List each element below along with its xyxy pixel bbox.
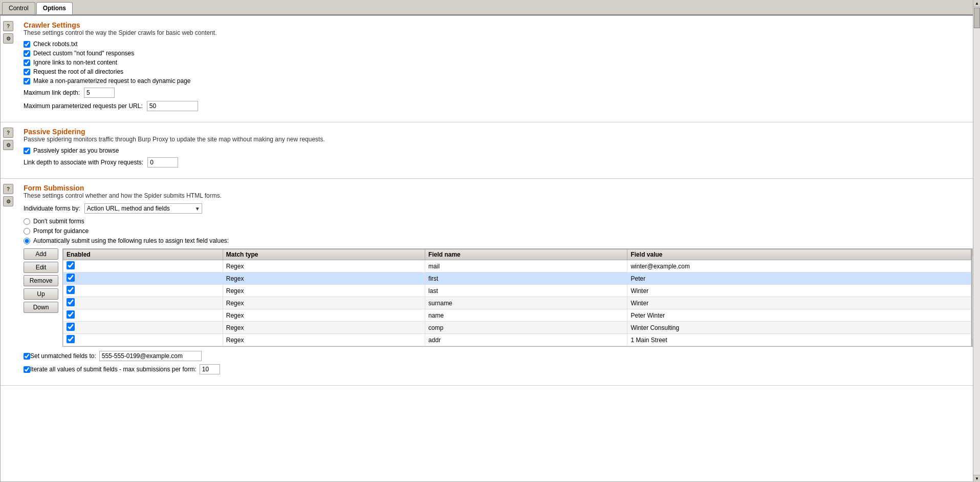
table-row[interactable]: Regex first Peter	[63, 273, 971, 285]
radio-prompt[interactable]	[24, 228, 30, 235]
passive-title: Passive Spidering	[24, 128, 972, 136]
unmatched-label: Set unmatched fields to:	[30, 352, 96, 360]
form-section: ? ⚙ Form Submission These settings contr…	[1, 179, 979, 386]
crawler-cb-label-3: Request the root of all directories	[33, 68, 123, 75]
crawler-field-input-1[interactable]	[147, 101, 198, 111]
tab-control[interactable]: Control	[2, 2, 35, 14]
row-enabled-2[interactable]	[67, 286, 75, 294]
remove-button[interactable]: Remove	[24, 275, 58, 286]
table-row[interactable]: Regex addr 1 Main Street	[63, 334, 971, 346]
table-row[interactable]: Regex comp Winter Consulting	[63, 322, 971, 334]
crawler-cb-2: Ignore links to non-text content	[24, 59, 972, 66]
row-match-type-6: Regex	[223, 334, 425, 346]
unmatched-input[interactable]	[99, 351, 202, 361]
crawler-gear-icon[interactable]: ⚙	[3, 33, 13, 44]
radio-1: Prompt for guidance	[24, 227, 972, 235]
main-scrollbar[interactable]: ▲ ▼	[973, 0, 980, 482]
crawler-field-input-0[interactable]	[84, 88, 115, 98]
tab-bar: Control Options	[0, 0, 980, 15]
radio-2: Automatically submit using the following…	[24, 237, 972, 244]
crawler-checkbox-0[interactable]	[24, 41, 30, 48]
unmatched-row: Set unmatched fields to:	[24, 351, 972, 361]
row-enabled-1[interactable]	[67, 274, 75, 282]
iterate-label: Iterate all values of submit fields - ma…	[30, 366, 197, 373]
crawler-cb-label-1: Detect custom "not found" responses	[33, 50, 134, 57]
crawler-field-0: Maximum link depth:	[24, 88, 972, 98]
crawler-checkbox-4[interactable]	[24, 78, 30, 85]
passive-checkbox-0[interactable]	[24, 148, 30, 154]
passive-desc: Passive spidering monitors traffic throu…	[24, 136, 972, 143]
crawler-cb-0: Check robots.txt	[24, 40, 972, 48]
main-scroll-down[interactable]: ▼	[973, 475, 980, 482]
table-row[interactable]: Regex name Peter Winter	[63, 309, 971, 322]
crawler-content: These settings control the way the Spide…	[24, 29, 972, 111]
radio-dont-submit[interactable]	[24, 218, 30, 225]
row-field-name-3: surname	[425, 297, 627, 309]
crawler-cb-label-0: Check robots.txt	[33, 40, 78, 48]
row-field-name-5: comp	[425, 322, 627, 334]
row-match-type-0: Regex	[223, 260, 425, 273]
table-row[interactable]: Regex surname Winter	[63, 297, 971, 309]
radio-label-0: Don't submit forms	[33, 218, 84, 225]
table-wrapper: Enabled Match type Field name Field valu…	[62, 248, 972, 347]
main-scroll-up[interactable]: ▲	[973, 0, 980, 7]
row-field-value-2: Winter	[627, 285, 971, 297]
radio-label-2: Automatically submit using the following…	[33, 237, 229, 244]
crawler-checkbox-1[interactable]	[24, 50, 30, 57]
passive-gear-icon[interactable]: ⚙	[3, 140, 13, 150]
row-enabled-4[interactable]	[67, 310, 75, 319]
row-match-type-2: Regex	[223, 285, 425, 297]
row-field-value-0: winter@example.com	[627, 260, 971, 273]
row-field-value-5: Winter Consulting	[627, 322, 971, 334]
form-title: Form Submission	[24, 184, 972, 192]
crawler-field-1: Maximum parameterized requests per URL:	[24, 101, 972, 111]
row-field-value-3: Winter	[627, 297, 971, 309]
row-field-value-4: Peter Winter	[627, 309, 971, 322]
down-button[interactable]: Down	[24, 302, 58, 313]
table-area: Add Edit Remove Up Down Enabled Match ty…	[24, 248, 972, 347]
individuate-select[interactable]: Action URL, method and fields Action URL…	[84, 203, 202, 214]
crawler-checkbox-3[interactable]	[24, 69, 30, 75]
unmatched-checkbox[interactable]	[24, 353, 30, 360]
up-button[interactable]: Up	[24, 288, 58, 300]
col-enabled: Enabled	[63, 249, 223, 260]
crawler-desc: These settings control the way the Spide…	[24, 29, 972, 36]
radio-auto-submit[interactable]	[24, 238, 30, 244]
crawler-checkbox-2[interactable]	[24, 59, 30, 66]
tab-options[interactable]: Options	[36, 2, 73, 14]
form-help-icon[interactable]: ?	[3, 184, 13, 194]
crawler-help-icon[interactable]: ?	[3, 21, 13, 31]
crawler-field-label-0: Maximum link depth:	[24, 89, 80, 96]
passive-help-icon[interactable]: ?	[3, 128, 13, 138]
crawler-cb-3: Request the root of all directories	[24, 68, 972, 75]
form-gear-icon[interactable]: ⚙	[3, 196, 13, 206]
col-match-type: Match type	[223, 249, 425, 260]
row-enabled-0[interactable]	[67, 261, 75, 269]
row-field-value-6: 1 Main Street	[627, 334, 971, 346]
row-enabled-6[interactable]	[67, 335, 75, 343]
edit-button[interactable]: Edit	[24, 262, 58, 273]
table-container: Enabled Match type Field name Field valu…	[62, 248, 972, 347]
row-field-name-2: last	[425, 285, 627, 297]
individuate-row: Individuate forms by: Action URL, method…	[24, 203, 972, 214]
row-field-name-1: first	[425, 273, 627, 285]
table-row[interactable]: Regex mail winter@example.com	[63, 260, 971, 273]
individuate-label: Individuate forms by:	[24, 205, 80, 212]
iterate-input[interactable]	[200, 364, 220, 374]
row-enabled-3[interactable]	[67, 298, 75, 306]
crawler-cb-label-2: Ignore links to non-text content	[33, 59, 117, 66]
add-button[interactable]: Add	[24, 248, 58, 260]
row-field-name-6: addr	[425, 334, 627, 346]
main-scroll-thumb[interactable]	[974, 8, 980, 28]
crawler-section: ? ⚙ Crawler Settings These settings cont…	[1, 16, 979, 122]
table-row[interactable]: Regex last Winter	[63, 285, 971, 297]
iterate-checkbox[interactable]	[24, 366, 30, 373]
row-enabled-5[interactable]	[67, 323, 75, 331]
crawler-cb-4: Make a non-parameterized request to each…	[24, 77, 972, 85]
individuate-dropdown-wrapper: Action URL, method and fields Action URL…	[84, 203, 202, 214]
row-field-name-4: name	[425, 309, 627, 322]
iterate-row: Iterate all values of submit fields - ma…	[24, 364, 972, 374]
row-match-type-1: Regex	[223, 273, 425, 285]
col-field-name: Field name	[425, 249, 627, 260]
passive-field-input-0[interactable]	[147, 157, 178, 167]
